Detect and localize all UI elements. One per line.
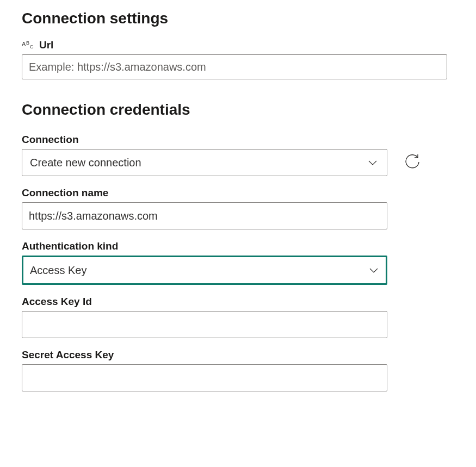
svg-text:B: B	[26, 40, 29, 46]
url-field-group: A B C Url	[22, 39, 454, 79]
connection-name-input[interactable]	[22, 202, 387, 229]
auth-kind-label: Authentication kind	[22, 240, 118, 252]
secret-access-key-input[interactable]	[22, 364, 387, 391]
connection-name-field-group: Connection name	[22, 187, 454, 229]
chevron-down-icon	[366, 156, 379, 169]
refresh-icon	[403, 152, 422, 173]
connection-field-group: Connection Create new connection	[22, 134, 454, 176]
access-key-id-input[interactable]	[22, 311, 387, 338]
svg-text:C: C	[30, 44, 34, 49]
url-input[interactable]	[22, 54, 447, 79]
connection-select[interactable]: Create new connection	[22, 149, 387, 176]
abc-type-icon: A B C	[22, 40, 36, 51]
refresh-button[interactable]	[403, 153, 422, 172]
access-key-id-label: Access Key Id	[22, 296, 92, 308]
url-label: Url	[39, 39, 53, 51]
connection-settings-heading: Connection settings	[22, 10, 454, 27]
auth-kind-select[interactable]: Access Key	[22, 256, 387, 285]
connection-label: Connection	[22, 134, 79, 146]
access-key-id-field-group: Access Key Id	[22, 296, 454, 338]
auth-kind-field-group: Authentication kind Access Key	[22, 240, 454, 285]
auth-kind-select-value: Access Key	[30, 264, 86, 277]
chevron-down-icon	[367, 264, 380, 277]
svg-text:A: A	[22, 41, 26, 47]
connection-credentials-heading: Connection credentials	[22, 101, 454, 119]
connection-name-label: Connection name	[22, 187, 108, 199]
connection-select-value: Create new connection	[30, 157, 141, 169]
secret-access-key-label: Secret Access Key	[22, 349, 114, 361]
secret-access-key-field-group: Secret Access Key	[22, 349, 454, 391]
